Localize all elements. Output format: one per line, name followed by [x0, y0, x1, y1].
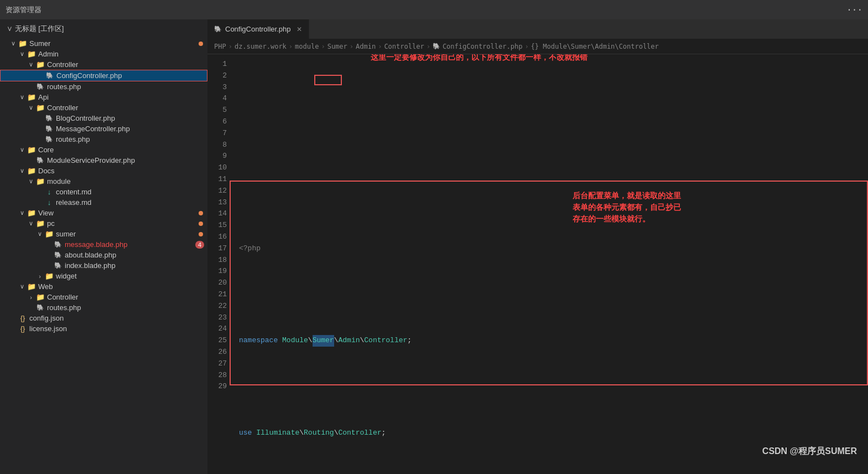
tab-label: ConfigController.php — [225, 25, 291, 33]
code-line-4 — [239, 381, 868, 393]
chevron-down-icon: ∨ — [18, 50, 27, 58]
annotation-text-1: 这里一定要修改为你自己的，以下所有文件都一样，不改就报错 — [371, 54, 588, 63]
sidebar-item-configcontroller[interactable]: 🐘 ConfigController.php — [0, 70, 207, 81]
badge-orange — [199, 211, 203, 215]
php-icon: 🐘 — [35, 83, 45, 90]
sidebar-item-routes1[interactable]: 🐘 routes.php — [0, 81, 207, 92]
chevron-down-icon: ∨ — [35, 230, 44, 238]
workspace-label: ∨ 无标题 [工作区] — [0, 19, 207, 38]
sidebar-item-widget[interactable]: › 📁 widget — [0, 271, 207, 281]
folder-icon: 📁 — [35, 177, 45, 186]
php-icon: 🐘 — [35, 304, 45, 311]
chevron-right-icon: › — [27, 294, 35, 301]
folder-icon: 📁 — [18, 39, 28, 48]
sidebar-item-controller3[interactable]: › 📁 Controller — [0, 292, 207, 302]
sidebar-item-pc[interactable]: ∨ 📁 pc — [0, 218, 207, 229]
download-icon: ↓ — [44, 188, 54, 196]
badge-orange — [199, 232, 203, 236]
json-icon: {} — [18, 324, 28, 333]
php-icon: 🐘 — [44, 125, 54, 132]
badge-num: 4 — [195, 241, 204, 249]
sidebar-item-releasemd[interactable]: ↓ release.md — [0, 197, 207, 208]
sidebar-item-api[interactable]: ∨ 📁 Api — [0, 92, 207, 102]
annotation-text-2: 后台配置菜单，就是读取的这里表单的各种元素都有，自己抄已存在的一些模块就行。 — [573, 190, 681, 225]
watermark: CSDN @程序员SUMER — [762, 446, 857, 457]
tab-bar: 🐘 ConfigController.php ✕ — [207, 19, 868, 39]
editor-tab[interactable]: 🐘 ConfigController.php ✕ — [207, 19, 309, 39]
sidebar-item-routes3[interactable]: 🐘 routes.php — [0, 302, 207, 313]
folder-icon: 📁 — [27, 146, 37, 154]
breadcrumb-php-icon: 🐘 — [433, 43, 440, 50]
folder-icon: 📁 — [27, 167, 37, 175]
chevron-down-icon: ∨ — [18, 146, 27, 153]
chevron-down-icon: ∨ — [18, 209, 27, 217]
sidebar-item-contentmd[interactable]: ↓ content.md — [0, 187, 207, 197]
code-line-2 — [239, 289, 868, 301]
sidebar-item-routes2[interactable]: 🐘 routes.php — [0, 134, 207, 145]
folder-icon: 📁 — [44, 272, 54, 280]
sidebar-item-moduleservice[interactable]: 🐘 ModuleServiceProvider.php — [0, 155, 207, 166]
badge-orange — [199, 42, 203, 46]
php-icon: 🐘 — [35, 157, 45, 164]
folder-icon: 📁 — [35, 104, 45, 112]
sidebar-item-controller2[interactable]: ∨ 📁 Controller — [0, 102, 207, 113]
chevron-down-icon: ∨ — [27, 104, 35, 111]
sidebar-item-sumer2[interactable]: ∨ 📁 sumer — [0, 229, 207, 239]
folder-icon: 📁 — [35, 293, 45, 301]
sidebar-item-messageblade[interactable]: 🐘 message.blade.php 4 — [0, 239, 207, 250]
chevron-down-icon: ∨ — [27, 220, 35, 227]
sidebar-item-core[interactable]: ∨ 📁 Core — [0, 145, 207, 155]
badge-orange — [199, 221, 203, 226]
sidebar-item-docs[interactable]: ∨ 📁 Docs — [0, 166, 207, 176]
folder-icon: 📁 — [27, 93, 37, 101]
titlebar-label: 资源管理器 — [6, 5, 41, 15]
php-icon: 🐘 — [53, 251, 63, 259]
folder-icon: 📁 — [27, 50, 37, 58]
sidebar-item-indexblade[interactable]: 🐘 index.blade.php — [0, 260, 207, 271]
chevron-right-icon: › — [35, 273, 44, 280]
php-icon: 🐘 — [45, 72, 55, 79]
sidebar: ∨ 无标题 [工作区] ∨ 📁 Sumer ∨ 📁 Admin ∨ 📁 Cont… — [0, 19, 207, 474]
sidebar-item-sumer[interactable]: ∨ 📁 Sumer — [0, 38, 207, 49]
folder-icon: 📁 — [27, 282, 37, 291]
editor-area: 🐘 ConfigController.php ✕ PHP › dz.sumer.… — [207, 19, 868, 474]
sidebar-item-messagecontroller[interactable]: 🐘 MessageController.php — [0, 123, 207, 134]
sidebar-item-configjson[interactable]: {} config.json — [0, 313, 207, 323]
code-line-5: use Illuminate\Routing\Controller; — [239, 427, 868, 439]
namespace-highlight-box — [314, 75, 342, 85]
json-icon: {} — [18, 314, 28, 322]
sidebar-item-view[interactable]: ∨ 📁 View — [0, 208, 207, 218]
titlebar-menu-button[interactable]: ··· — [846, 5, 862, 15]
php-icon: 🐘 — [53, 262, 63, 269]
sidebar-item-aboutblade[interactable]: 🐘 about.blade.php — [0, 250, 207, 260]
sidebar-item-module2[interactable]: ∨ 📁 module — [0, 176, 207, 187]
line-numbers: 12345 678910 1112131415 1617181920 21222… — [207, 54, 232, 474]
php-icon: 🐘 — [44, 115, 54, 122]
chevron-down-icon: ∨ — [27, 178, 35, 185]
php-icon: 🐘 — [44, 136, 54, 143]
titlebar: 资源管理器 ··· — [0, 0, 868, 19]
sidebar-item-blogcontroller[interactable]: 🐘 BlogController.php — [0, 113, 207, 123]
code-editor[interactable]: 12345 678910 1112131415 1617181920 21222… — [207, 54, 868, 474]
sidebar-item-web[interactable]: ∨ 📁 Web — [0, 281, 207, 292]
breadcrumb: PHP › dz.sumer.work › module › Sumer › A… — [207, 39, 868, 54]
chevron-down-icon: ∨ — [9, 40, 18, 47]
chevron-down-icon: ∨ — [18, 94, 27, 101]
chevron-down-icon: ∨ — [18, 167, 27, 174]
chevron-down-icon: ∨ — [27, 61, 35, 68]
folder-icon: 📁 — [35, 60, 45, 69]
folder-icon: 📁 — [44, 230, 54, 238]
sidebar-item-controller1[interactable]: ∨ 📁 Controller — [0, 59, 207, 70]
tab-close-button[interactable]: ✕ — [297, 25, 302, 33]
sidebar-item-admin[interactable]: ∨ 📁 Admin — [0, 49, 207, 59]
sidebar-item-licensejson[interactable]: {} license.json — [0, 323, 207, 334]
folder-icon: 📁 — [35, 219, 45, 228]
code-line-3: namespace Module\Sumer\Admin\Controller; — [239, 335, 868, 347]
php-tab-icon: 🐘 — [214, 25, 222, 33]
chevron-down-icon: ∨ — [18, 283, 27, 290]
code-content: 这里一定要修改为你自己的，以下所有文件都一样，不改就报错 后台配置菜单，就是读取… — [232, 54, 868, 474]
download-icon: ↓ — [44, 198, 54, 207]
code-line-1: <?php — [239, 243, 868, 255]
folder-icon: 📁 — [27, 209, 37, 217]
code-block-highlight — [230, 181, 868, 385]
